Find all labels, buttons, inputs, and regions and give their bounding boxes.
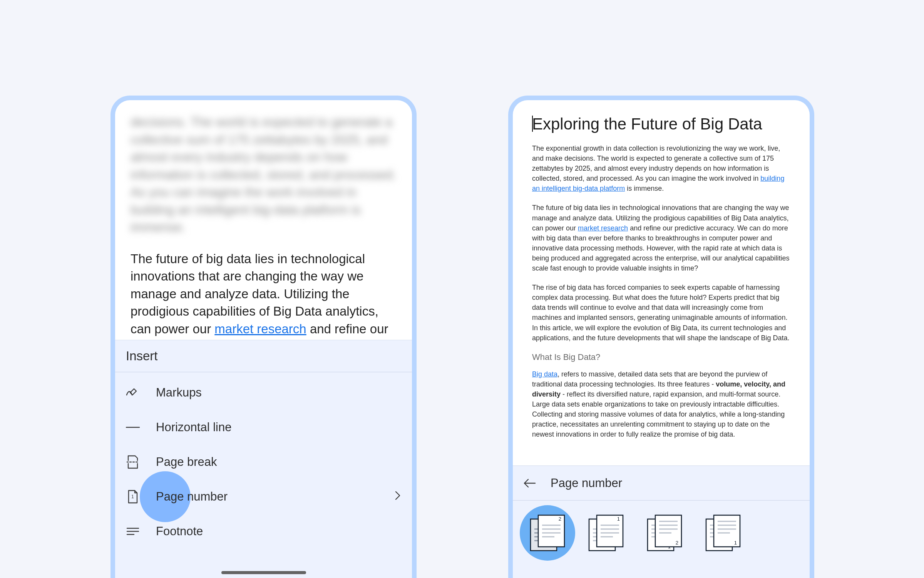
page-number-sheet-header: Page number	[513, 466, 810, 501]
phone-frame-right: Exploring the Future of Big Data The exp…	[508, 96, 814, 578]
page-number-footer-skip-first-icon: 1	[702, 512, 744, 554]
insert-item-page-number[interactable]: 1 Page number	[115, 479, 412, 514]
horizontal-line-icon	[124, 425, 141, 429]
svg-text:1: 1	[734, 540, 737, 546]
page-number-option-footer-skip-first[interactable]: 1	[702, 512, 744, 554]
svg-text:1: 1	[617, 516, 620, 522]
blurred-paragraph: decisions. The world is expected to gene…	[131, 113, 397, 236]
svg-text:2: 2	[559, 516, 561, 522]
subheading-what-is-big-data: What Is Big Data?	[532, 352, 790, 362]
page-number-bottom-sheet: Page number 1 2	[513, 465, 810, 578]
phone-frame-left: decisions. The world is expected to gene…	[110, 96, 417, 578]
insert-item-markups[interactable]: Markups	[115, 375, 412, 410]
svg-text:1: 1	[131, 494, 134, 499]
page-number-style-options: 1 2	[513, 501, 810, 565]
page-number-header-all-icon: 1 2	[527, 512, 568, 554]
paragraph-1: The exponential growth in data collectio…	[532, 143, 790, 193]
link-market-research[interactable]: market research	[578, 224, 628, 232]
document-preview-right: Exploring the Future of Big Data The exp…	[513, 100, 810, 456]
market-research-link[interactable]: market research	[214, 322, 306, 336]
link-big-data[interactable]: Big data	[532, 370, 557, 378]
insert-item-horizontal-line[interactable]: Horizontal line	[115, 410, 412, 445]
home-indicator[interactable]	[221, 571, 306, 574]
paragraph-3: The rise of big data has forced companie…	[532, 282, 790, 343]
insert-bottom-sheet: Insert Markups Horizontal line	[115, 340, 412, 578]
page-number-option-header-skip-first[interactable]: 1	[585, 512, 627, 554]
page-number-footer-all-icon: 1 2	[644, 512, 685, 554]
page-number-option-header-all[interactable]: 1 2	[527, 512, 568, 554]
page-number-sheet-title: Page number	[551, 476, 622, 490]
page-break-icon	[124, 455, 141, 469]
back-button[interactable]	[524, 478, 537, 489]
markups-icon	[124, 387, 141, 398]
document-title[interactable]: Exploring the Future of Big Data	[532, 115, 790, 133]
insert-sheet-title: Insert	[115, 340, 412, 372]
svg-text:2: 2	[676, 540, 678, 546]
chevron-right-icon	[394, 490, 401, 504]
page-number-icon: 1	[124, 490, 141, 504]
footnote-icon	[124, 526, 141, 537]
page-number-header-skip-first-icon: 1	[585, 512, 627, 554]
insert-menu-list: Markups Horizontal line Page break	[115, 372, 412, 549]
paragraph-2: The future of big data lies in technolog…	[532, 203, 790, 273]
insert-item-footnote[interactable]: Footnote	[115, 514, 412, 549]
paragraph-4: Big data, refers to massive, detailed da…	[532, 369, 790, 440]
page-number-option-footer-all[interactable]: 1 2	[644, 512, 685, 554]
arrow-left-icon	[524, 478, 536, 489]
